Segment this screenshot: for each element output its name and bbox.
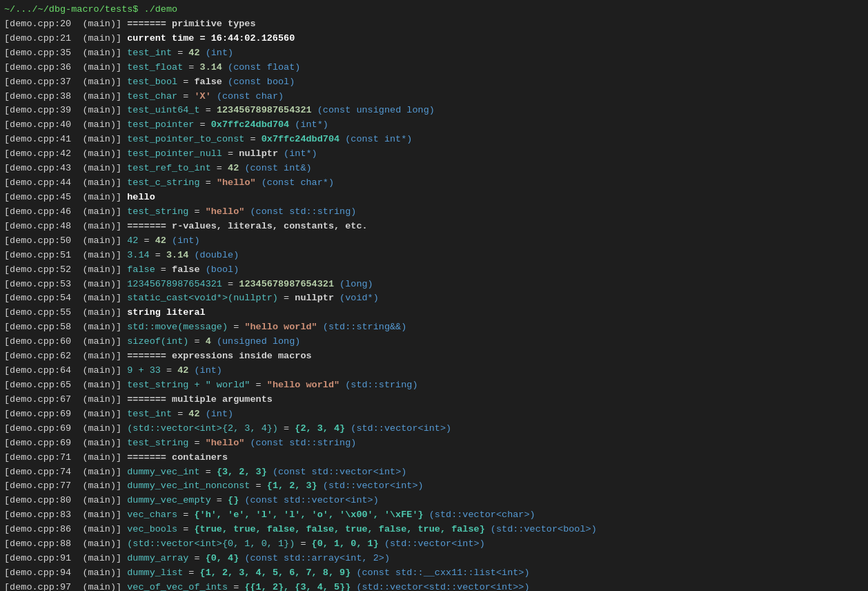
line-19: [demo.cpp:53 (main)] 12345678987654321 =…: [0, 278, 868, 292]
line-7: [demo.cpp:39 (main)] test_uint64_t = 123…: [0, 104, 868, 118]
line-3: [demo.cpp:35 (main)] test_int = 42 (int): [0, 46, 868, 61]
line-29: [demo.cpp:69 (main)] (std::vector<int>{2…: [0, 422, 868, 436]
line-26: [demo.cpp:65 (main)] test_string + " wor…: [0, 378, 868, 393]
line-12: [demo.cpp:44 (main)] test_c_string = "he…: [0, 176, 868, 191]
line-39: [demo.cpp:94 (main)] dummy_list = {1, 2,…: [0, 566, 868, 581]
line-37: [demo.cpp:88 (main)] (std::vector<int>{0…: [0, 537, 868, 552]
terminal: ~/.../~/dbg-macro/tests$ ./demo [demo.cp…: [0, 0, 868, 591]
line-4: [demo.cpp:36 (main)] test_float = 3.14 (…: [0, 61, 868, 75]
line-13: [demo.cpp:45 (main)] hello: [0, 191, 868, 205]
line-23: [demo.cpp:60 (main)] sizeof(int) = 4 (un…: [0, 335, 868, 349]
line-15: [demo.cpp:48 (main)] ======= r-values, l…: [0, 220, 868, 234]
line-21: [demo.cpp:55 (main)] string literal: [0, 306, 868, 320]
line-38: [demo.cpp:91 (main)] dummy_array = {0, 4…: [0, 552, 868, 566]
line-40: [demo.cpp:97 (main)] vec_of_vec_of_ints …: [0, 581, 868, 591]
line-34: [demo.cpp:80 (main)] dummy_vec_empty = {…: [0, 494, 868, 508]
line-9: [demo.cpp:41 (main)] test_pointer_to_con…: [0, 133, 868, 147]
line-27: [demo.cpp:67 (main)] ======= multiple ar…: [0, 393, 868, 407]
line-1: [demo.cpp:20 (main)] ======= primitive t…: [0, 17, 868, 32]
line-31: [demo.cpp:71 (main)] ======= containers: [0, 451, 868, 465]
line-28: [demo.cpp:69 (main)] test_int = 42 (int): [0, 407, 868, 422]
line-5: [demo.cpp:37 (main)] test_bool = false (…: [0, 75, 868, 90]
prompt: ~/.../~/dbg-macro/tests$ ./demo: [4, 4, 177, 14]
line-32: [demo.cpp:74 (main)] dummy_vec_int = {3,…: [0, 465, 868, 480]
line-2: [demo.cpp:21 (main)] current time = 16:4…: [0, 32, 868, 46]
line-8: [demo.cpp:40 (main)] test_pointer = 0x7f…: [0, 118, 868, 133]
line-16: [demo.cpp:50 (main)] 42 = 42 (int): [0, 234, 868, 249]
line-11: [demo.cpp:43 (main)] test_ref_to_int = 4…: [0, 162, 868, 176]
prompt-line: ~/.../~/dbg-macro/tests$ ./demo: [0, 3, 868, 17]
line-24: [demo.cpp:62 (main)] ======= expressions…: [0, 349, 868, 364]
line-33: [demo.cpp:77 (main)] dummy_vec_int_nonco…: [0, 479, 868, 494]
line-17: [demo.cpp:51 (main)] 3.14 = 3.14 (double…: [0, 249, 868, 263]
line-18: [demo.cpp:52 (main)] false = false (bool…: [0, 263, 868, 278]
line-30: [demo.cpp:69 (main)] test_string = "hell…: [0, 436, 868, 451]
line-25: [demo.cpp:64 (main)] 9 + 33 = 42 (int): [0, 364, 868, 378]
line-6: [demo.cpp:38 (main)] test_char = 'X' (co…: [0, 90, 868, 104]
line-14: [demo.cpp:46 (main)] test_string = "hell…: [0, 205, 868, 220]
line-22: [demo.cpp:58 (main)] std::move(message) …: [0, 320, 868, 335]
line-36: [demo.cpp:86 (main)] vec_bools = {true, …: [0, 523, 868, 537]
line-20: [demo.cpp:54 (main)] static_cast<void*>(…: [0, 291, 868, 306]
line-35: [demo.cpp:83 (main)] vec_chars = {'h', '…: [0, 508, 868, 523]
line-10: [demo.cpp:42 (main)] test_pointer_null =…: [0, 147, 868, 162]
